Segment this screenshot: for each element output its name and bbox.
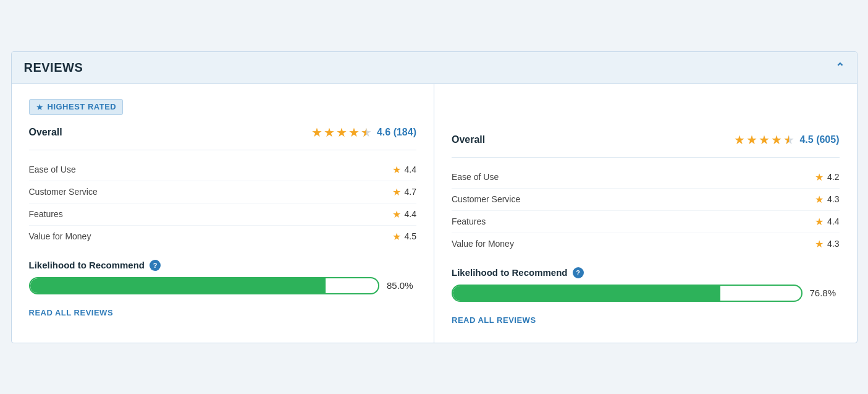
sub-rating-value: 4.3 xyxy=(827,239,839,249)
divider-right xyxy=(452,157,840,158)
reviews-body: ★ HIGHEST RATED Overall ★ ★ ★ ★ 4.6 xyxy=(12,84,857,343)
reviews-title: REVIEWS xyxy=(24,61,83,75)
sub-rating-row: Features ★ 4.4 xyxy=(29,203,417,226)
overall-rating-left: 4.6 (184) xyxy=(377,127,416,138)
overall-row-right: Overall ★ ★ ★ ★ 4.5 (605) xyxy=(452,134,840,146)
sub-rating-row: Ease of Use ★ 4.4 xyxy=(29,159,417,181)
question-icon-right[interactable]: ? xyxy=(573,267,584,278)
sub-rating-right: ★ 4.3 xyxy=(815,238,839,250)
small-star-icon: ★ xyxy=(392,208,401,220)
sub-rating-row: Customer Service ★ 4.3 xyxy=(452,189,840,211)
star-1: ★ xyxy=(311,126,322,139)
small-star-icon: ★ xyxy=(392,231,401,242)
small-star-icon: ★ xyxy=(815,194,824,205)
sub-rating-right: ★ 4.4 xyxy=(815,216,839,228)
sub-rating-row: Value for Money ★ 4.5 xyxy=(29,226,417,247)
sub-rating-row: Ease of Use ★ 4.2 xyxy=(452,166,840,189)
small-star-icon: ★ xyxy=(815,171,824,183)
chevron-up-icon[interactable]: ⌃ xyxy=(835,61,845,74)
sub-label: Customer Service xyxy=(29,187,98,197)
overall-label-left: Overall xyxy=(29,127,62,138)
overall-rating-right: 4.5 (605) xyxy=(799,134,839,145)
reviews-container: REVIEWS ⌃ ★ HIGHEST RATED Overall ★ ★ ★ … xyxy=(11,51,857,343)
sub-rating-value: 4.7 xyxy=(405,187,416,197)
progress-bar-bg-right xyxy=(452,285,803,302)
read-all-link-left[interactable]: READ ALL REVIEWS xyxy=(29,308,114,317)
star-2: ★ xyxy=(746,134,757,146)
reviews-header: REVIEWS ⌃ xyxy=(12,52,857,84)
highest-rated-badge: ★ HIGHEST RATED xyxy=(29,99,124,115)
question-icon-left[interactable]: ? xyxy=(150,260,161,271)
badge-star-icon: ★ xyxy=(36,102,44,112)
sub-rating-value: 4.3 xyxy=(827,194,839,204)
sub-label: Value for Money xyxy=(452,239,514,249)
sub-rating-row: Features ★ 4.4 xyxy=(452,211,840,233)
star-half-right xyxy=(783,134,794,146)
sub-rating-right: ★ 4.4 xyxy=(392,208,416,220)
progress-pct-right: 76.8% xyxy=(810,288,840,298)
small-star-icon: ★ xyxy=(392,186,401,198)
overall-row-left: Overall ★ ★ ★ ★ 4.6 (184) xyxy=(29,126,417,139)
sub-rating-right: ★ 4.2 xyxy=(815,171,839,183)
small-star-icon: ★ xyxy=(815,238,824,250)
sub-label: Features xyxy=(452,216,486,226)
likelihood-section-left: Likelihood to Recommend ? 85.0% xyxy=(29,260,417,294)
sub-rating-value: 4.4 xyxy=(405,165,416,174)
review-panel-left: ★ HIGHEST RATED Overall ★ ★ ★ ★ 4.6 xyxy=(12,84,435,343)
small-star-icon: ★ xyxy=(392,164,401,176)
overall-label-right: Overall xyxy=(452,134,485,145)
likelihood-label-right: Likelihood to Recommend xyxy=(452,267,568,278)
progress-bar-fill-left xyxy=(30,278,326,293)
small-star-icon: ★ xyxy=(815,216,824,228)
star-4: ★ xyxy=(348,126,360,139)
progress-bar-bg-left xyxy=(29,277,380,294)
sub-rating-row: Value for Money ★ 4.3 xyxy=(452,233,840,255)
sub-label: Value for Money xyxy=(29,231,91,241)
star-1: ★ xyxy=(734,134,745,146)
sub-rating-right: ★ 4.4 xyxy=(392,164,416,176)
review-panel-right: Overall ★ ★ ★ ★ 4.5 (605) xyxy=(434,84,857,343)
likelihood-label-row-right: Likelihood to Recommend ? xyxy=(452,267,840,278)
sub-rating-value: 4.4 xyxy=(405,209,416,219)
star-3: ★ xyxy=(759,134,770,146)
sub-rating-right: ★ 4.7 xyxy=(392,186,416,198)
sub-rating-row: Customer Service ★ 4.7 xyxy=(29,181,417,203)
likelihood-label-row-left: Likelihood to Recommend ? xyxy=(29,260,417,271)
sub-label: Ease of Use xyxy=(29,165,76,174)
sub-label: Ease of Use xyxy=(452,172,499,182)
sub-rating-right: ★ 4.3 xyxy=(815,194,839,205)
likelihood-section-right: Likelihood to Recommend ? 76.8% xyxy=(452,267,840,302)
badge-placeholder xyxy=(452,99,840,122)
overall-stars-right: ★ ★ ★ ★ 4.5 (605) xyxy=(734,134,839,146)
sub-label: Features xyxy=(29,209,63,219)
sub-rating-value: 4.2 xyxy=(827,172,839,182)
progress-row-left: 85.0% xyxy=(29,277,417,294)
sub-ratings-right: Ease of Use ★ 4.2 Customer Service ★ 4.3… xyxy=(452,166,840,255)
sub-label: Customer Service xyxy=(452,194,520,204)
star-4: ★ xyxy=(771,134,782,146)
badge-label: HIGHEST RATED xyxy=(48,102,117,111)
stars-group-right: ★ ★ ★ ★ xyxy=(734,134,794,146)
divider-left xyxy=(29,150,417,150)
sub-rating-value: 4.4 xyxy=(827,216,839,226)
progress-bar-fill-right xyxy=(453,286,720,301)
star-2: ★ xyxy=(324,126,335,139)
sub-ratings-left: Ease of Use ★ 4.4 Customer Service ★ 4.7… xyxy=(29,159,417,247)
read-all-link-right[interactable]: READ ALL REVIEWS xyxy=(452,315,536,325)
progress-pct-left: 85.0% xyxy=(387,280,416,291)
sub-rating-value: 4.5 xyxy=(405,231,416,241)
star-half-left xyxy=(361,126,372,139)
progress-row-right: 76.8% xyxy=(452,285,840,302)
likelihood-label-left: Likelihood to Recommend xyxy=(29,260,145,270)
overall-stars-left: ★ ★ ★ ★ 4.6 (184) xyxy=(311,126,416,139)
star-3: ★ xyxy=(336,126,347,139)
stars-group-left: ★ ★ ★ ★ xyxy=(311,126,372,139)
sub-rating-right: ★ 4.5 xyxy=(392,231,416,242)
